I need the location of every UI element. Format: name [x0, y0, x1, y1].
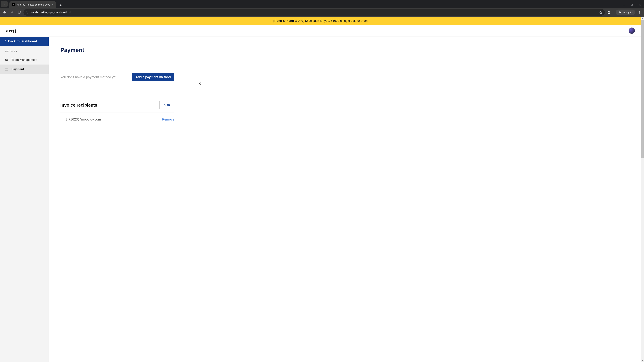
bookmark-button[interactable] [599, 11, 602, 14]
referral-banner[interactable]: [Refer a friend to Arc] $500 cash for yo… [0, 17, 641, 25]
chevron-left-icon [4, 40, 6, 42]
invoice-recipients-title: Invoice recipients: [60, 103, 98, 108]
window-close-button[interactable] [636, 1, 644, 8]
sidebar-item-payment[interactable]: Payment [0, 64, 49, 74]
people-icon [5, 58, 8, 62]
sidebar-item-label: Payment [12, 67, 24, 71]
banner-text: [Refer a friend to Arc] $500 cash for yo… [273, 19, 368, 23]
browser-titlebar: Hire Top Remote Software Deve [0, 0, 644, 8]
incognito-icon [618, 11, 621, 14]
triangle-down-icon [642, 360, 643, 361]
card-icon [5, 67, 8, 71]
scroll-down-button[interactable] [641, 359, 644, 362]
invoice-recipients-header: Invoice recipients: ADD [60, 101, 174, 109]
toolbar-divider [614, 10, 614, 14]
scrollbar-thumb[interactable] [641, 20, 644, 158]
svg-marker-25 [642, 18, 643, 19]
back-to-dashboard-button[interactable]: Back to Dashboard [0, 37, 49, 46]
page-root: [Refer a friend to Arc] $500 cash for yo… [0, 17, 641, 362]
scroll-up-button[interactable] [641, 17, 644, 20]
svg-point-16 [620, 12, 621, 13]
page-title: Payment [60, 47, 629, 53]
window-minimize-button[interactable] [620, 1, 628, 8]
window-controls [620, 1, 644, 8]
main-content: Payment You don't have a payment method … [49, 37, 641, 362]
sidebar: Back to Dashboard SETTINGS Team Manageme… [0, 37, 49, 362]
tune-icon [26, 11, 29, 14]
kebab-icon [638, 11, 641, 14]
vertical-scrollbar[interactable] [641, 17, 644, 362]
payment-method-row: You don't have a payment method yet. Add… [60, 65, 174, 89]
svg-point-22 [7, 59, 8, 60]
remove-recipient-link[interactable]: Remove [162, 117, 174, 121]
no-payment-method-text: You don't have a payment method yet. [60, 75, 118, 79]
sidebar-item-label: Team Management [12, 58, 37, 62]
minimize-icon [623, 3, 625, 6]
svg-rect-5 [631, 4, 632, 5]
svg-rect-23 [5, 68, 8, 70]
incognito-indicator[interactable]: Incognito [616, 9, 635, 15]
logo[interactable]: arc() [6, 28, 16, 33]
arrow-left-icon [3, 11, 6, 14]
sidebar-item-team-management[interactable]: Team Management [0, 55, 49, 64]
svg-point-12 [27, 11, 27, 12]
address-bar[interactable]: arc.dev/settings/payment-method [24, 9, 605, 15]
nav-reload-button[interactable] [16, 9, 23, 16]
maximize-icon [631, 4, 633, 6]
window-maximize-button[interactable] [628, 1, 636, 8]
app-body: Back to Dashboard SETTINGS Team Manageme… [0, 36, 641, 362]
svg-point-15 [619, 12, 620, 13]
url-text: arc.dev/settings/payment-method [31, 11, 597, 14]
svg-point-20 [639, 13, 640, 13]
divider [60, 89, 174, 89]
svg-point-21 [6, 59, 6, 60]
puzzle-icon [607, 11, 610, 14]
add-recipient-button[interactable]: ADD [159, 101, 174, 109]
tab-search-button[interactable] [1, 1, 8, 7]
back-label: Back to Dashboard [8, 39, 37, 43]
tab-close-button[interactable] [52, 4, 54, 6]
sidebar-heading: SETTINGS [0, 46, 49, 55]
arrow-right-icon [10, 11, 14, 14]
svg-point-19 [639, 12, 640, 12]
plus-icon [59, 4, 62, 7]
close-icon [639, 3, 641, 6]
close-icon [52, 4, 54, 6]
banner-rest: $500 cash for you, $1000 hiring credit f… [304, 19, 368, 22]
svg-marker-26 [642, 360, 643, 361]
browser-menu-button[interactable] [636, 9, 643, 16]
triangle-up-icon [642, 17, 643, 19]
star-icon [599, 11, 602, 14]
site-info-button[interactable] [26, 11, 29, 14]
incognito-label: Incognito [623, 11, 633, 14]
tab-title: Hire Top Remote Software Deve [16, 3, 50, 6]
reload-icon [18, 11, 21, 14]
nav-back-button[interactable] [1, 9, 8, 16]
nav-forward-button[interactable] [9, 9, 16, 16]
recipient-email: f3f71623@moodjoy.com [65, 117, 101, 121]
svg-marker-14 [600, 11, 602, 14]
app-header: arc() [0, 25, 641, 36]
browser-tab[interactable]: Hire Top Remote Software Deve [10, 1, 56, 8]
extensions-button[interactable] [606, 9, 612, 16]
new-tab-button[interactable] [58, 3, 63, 8]
browser-toolbar: arc.dev/settings/payment-method Incognit… [0, 8, 644, 17]
svg-point-13 [27, 13, 28, 13]
viewport: [Refer a friend to Arc] $500 cash for yo… [0, 17, 644, 362]
payment-panel: You don't have a payment method yet. Add… [60, 65, 174, 126]
add-payment-method-button[interactable]: Add a payment method [132, 73, 174, 81]
chevron-down-icon [3, 3, 6, 5]
recipient-row: f3f71623@moodjoy.com Remove [60, 112, 174, 126]
avatar[interactable] [628, 27, 635, 34]
svg-point-18 [639, 11, 640, 12]
banner-link[interactable]: [Refer a friend to Arc] [273, 19, 304, 22]
tab-favicon [12, 3, 15, 6]
